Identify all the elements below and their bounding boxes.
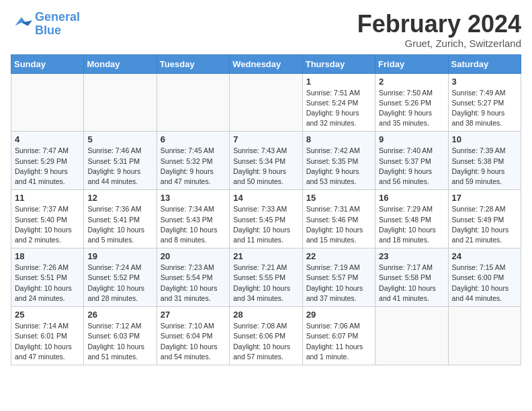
calendar-cell: 28Sunrise: 7:08 AM Sunset: 6:06 PM Dayli…: [230, 307, 302, 365]
day-number: 28: [233, 310, 298, 320]
day-number: 20: [161, 251, 226, 261]
calendar-cell: 12Sunrise: 7:36 AM Sunset: 5:41 PM Dayli…: [84, 190, 157, 248]
month-title: February 2024: [357, 11, 521, 38]
day-info: Sunrise: 7:10 AM Sunset: 6:04 PM Dayligh…: [161, 321, 226, 362]
day-info: Sunrise: 7:45 AM Sunset: 5:32 PM Dayligh…: [161, 146, 226, 187]
day-number: 4: [15, 134, 80, 144]
calendar-week-row: 1Sunrise: 7:51 AM Sunset: 5:24 PM Daylig…: [11, 73, 521, 132]
calendar-cell: 25Sunrise: 7:14 AM Sunset: 6:01 PM Dayli…: [11, 307, 84, 365]
day-info: Sunrise: 7:19 AM Sunset: 5:57 PM Dayligh…: [306, 263, 371, 304]
location: Gruet, Zurich, Switzerland: [357, 38, 521, 49]
day-number: 17: [452, 193, 517, 203]
day-number: 16: [379, 193, 444, 203]
calendar-cell: 29Sunrise: 7:06 AM Sunset: 6:07 PM Dayli…: [302, 307, 375, 365]
day-number: 5: [87, 134, 152, 144]
column-header-friday: Friday: [375, 54, 448, 73]
calendar-table: SundayMondayTuesdayWednesdayThursdayFrid…: [11, 54, 521, 365]
calendar-week-row: 11Sunrise: 7:37 AM Sunset: 5:40 PM Dayli…: [11, 190, 521, 248]
day-number: 9: [379, 134, 444, 144]
day-number: 2: [379, 77, 444, 87]
calendar-cell: 13Sunrise: 7:34 AM Sunset: 5:43 PM Dayli…: [157, 190, 229, 248]
calendar-cell: 24Sunrise: 7:15 AM Sunset: 6:00 PM Dayli…: [448, 248, 521, 307]
day-number: 6: [161, 134, 226, 144]
calendar-cell: [84, 73, 157, 132]
calendar-week-row: 4Sunrise: 7:47 AM Sunset: 5:29 PM Daylig…: [11, 132, 521, 190]
calendar-cell: 21Sunrise: 7:21 AM Sunset: 5:55 PM Dayli…: [230, 248, 302, 307]
calendar-cell: 3Sunrise: 7:49 AM Sunset: 5:27 PM Daylig…: [448, 73, 521, 132]
day-info: Sunrise: 7:51 AM Sunset: 5:24 PM Dayligh…: [306, 88, 371, 129]
calendar-week-row: 25Sunrise: 7:14 AM Sunset: 6:01 PM Dayli…: [11, 307, 521, 365]
day-info: Sunrise: 7:26 AM Sunset: 5:51 PM Dayligh…: [15, 263, 80, 304]
logo-blue: Blue: [35, 24, 61, 37]
day-info: Sunrise: 7:06 AM Sunset: 6:07 PM Dayligh…: [306, 321, 371, 362]
day-info: Sunrise: 7:17 AM Sunset: 5:58 PM Dayligh…: [379, 263, 444, 304]
day-info: Sunrise: 7:40 AM Sunset: 5:37 PM Dayligh…: [379, 146, 444, 187]
calendar-cell: [375, 307, 448, 365]
day-number: 26: [87, 310, 152, 320]
logo-general: General: [35, 10, 80, 24]
column-header-thursday: Thursday: [302, 54, 375, 73]
calendar-cell: 9Sunrise: 7:40 AM Sunset: 5:37 PM Daylig…: [375, 132, 448, 190]
calendar-cell: [157, 73, 229, 132]
day-info: Sunrise: 7:31 AM Sunset: 5:46 PM Dayligh…: [306, 204, 371, 245]
calendar-cell: 2Sunrise: 7:50 AM Sunset: 5:26 PM Daylig…: [375, 73, 448, 132]
day-info: Sunrise: 7:34 AM Sunset: 5:43 PM Dayligh…: [161, 204, 226, 245]
day-info: Sunrise: 7:24 AM Sunset: 5:52 PM Dayligh…: [87, 263, 152, 304]
calendar-cell: 27Sunrise: 7:10 AM Sunset: 6:04 PM Dayli…: [157, 307, 229, 365]
day-info: Sunrise: 7:23 AM Sunset: 5:54 PM Dayligh…: [161, 263, 226, 304]
column-header-sunday: Sunday: [11, 54, 84, 73]
calendar-week-row: 18Sunrise: 7:26 AM Sunset: 5:51 PM Dayli…: [11, 248, 521, 307]
day-info: Sunrise: 7:49 AM Sunset: 5:27 PM Dayligh…: [452, 88, 517, 129]
day-number: 12: [87, 193, 152, 203]
day-info: Sunrise: 7:12 AM Sunset: 6:03 PM Dayligh…: [87, 321, 152, 362]
calendar-cell: 11Sunrise: 7:37 AM Sunset: 5:40 PM Dayli…: [11, 190, 84, 248]
calendar-cell: 15Sunrise: 7:31 AM Sunset: 5:46 PM Dayli…: [302, 190, 375, 248]
calendar-cell: 1Sunrise: 7:51 AM Sunset: 5:24 PM Daylig…: [302, 73, 375, 132]
day-info: Sunrise: 7:08 AM Sunset: 6:06 PM Dayligh…: [233, 321, 298, 362]
day-info: Sunrise: 7:29 AM Sunset: 5:48 PM Dayligh…: [379, 204, 444, 245]
day-number: 8: [306, 134, 371, 144]
logo-icon: [11, 15, 32, 34]
day-info: Sunrise: 7:47 AM Sunset: 5:29 PM Dayligh…: [15, 146, 80, 187]
day-info: Sunrise: 7:50 AM Sunset: 5:26 PM Dayligh…: [379, 88, 444, 129]
calendar-cell: 5Sunrise: 7:46 AM Sunset: 5:31 PM Daylig…: [84, 132, 157, 190]
day-number: 18: [15, 251, 80, 261]
day-info: Sunrise: 7:15 AM Sunset: 6:00 PM Dayligh…: [452, 263, 517, 304]
day-number: 27: [161, 310, 226, 320]
day-number: 14: [233, 193, 298, 203]
calendar-cell: 14Sunrise: 7:33 AM Sunset: 5:45 PM Dayli…: [230, 190, 302, 248]
day-number: 19: [87, 251, 152, 261]
column-header-saturday: Saturday: [448, 54, 521, 73]
day-number: 15: [306, 193, 371, 203]
calendar-cell: [11, 73, 84, 132]
calendar-cell: 7Sunrise: 7:43 AM Sunset: 5:34 PM Daylig…: [230, 132, 302, 190]
calendar-cell: 19Sunrise: 7:24 AM Sunset: 5:52 PM Dayli…: [84, 248, 157, 307]
calendar-cell: [230, 73, 302, 132]
day-number: 24: [452, 251, 517, 261]
calendar-cell: [448, 307, 521, 365]
column-header-monday: Monday: [84, 54, 157, 73]
day-number: 29: [306, 310, 371, 320]
day-info: Sunrise: 7:21 AM Sunset: 5:55 PM Dayligh…: [233, 263, 298, 304]
day-info: Sunrise: 7:14 AM Sunset: 6:01 PM Dayligh…: [15, 321, 80, 362]
day-info: Sunrise: 7:42 AM Sunset: 5:35 PM Dayligh…: [306, 146, 371, 187]
column-header-wednesday: Wednesday: [230, 54, 302, 73]
calendar-cell: 18Sunrise: 7:26 AM Sunset: 5:51 PM Dayli…: [11, 248, 84, 307]
column-header-tuesday: Tuesday: [157, 54, 229, 73]
day-info: Sunrise: 7:28 AM Sunset: 5:49 PM Dayligh…: [452, 204, 517, 245]
day-number: 11: [15, 193, 80, 203]
day-info: Sunrise: 7:36 AM Sunset: 5:41 PM Dayligh…: [87, 204, 152, 245]
day-number: 7: [233, 134, 298, 144]
day-number: 21: [233, 251, 298, 261]
calendar-cell: 26Sunrise: 7:12 AM Sunset: 6:03 PM Dayli…: [84, 307, 157, 365]
calendar-cell: 6Sunrise: 7:45 AM Sunset: 5:32 PM Daylig…: [157, 132, 229, 190]
day-number: 10: [452, 134, 517, 144]
calendar-cell: 8Sunrise: 7:42 AM Sunset: 5:35 PM Daylig…: [302, 132, 375, 190]
calendar-cell: 16Sunrise: 7:29 AM Sunset: 5:48 PM Dayli…: [375, 190, 448, 248]
day-number: 25: [15, 310, 80, 320]
day-info: Sunrise: 7:37 AM Sunset: 5:40 PM Dayligh…: [15, 204, 80, 245]
day-info: Sunrise: 7:43 AM Sunset: 5:34 PM Dayligh…: [233, 146, 298, 187]
calendar-cell: 20Sunrise: 7:23 AM Sunset: 5:54 PM Dayli…: [157, 248, 229, 307]
calendar-cell: 4Sunrise: 7:47 AM Sunset: 5:29 PM Daylig…: [11, 132, 84, 190]
title-block: February 2024 Gruet, Zurich, Switzerland: [357, 11, 521, 49]
